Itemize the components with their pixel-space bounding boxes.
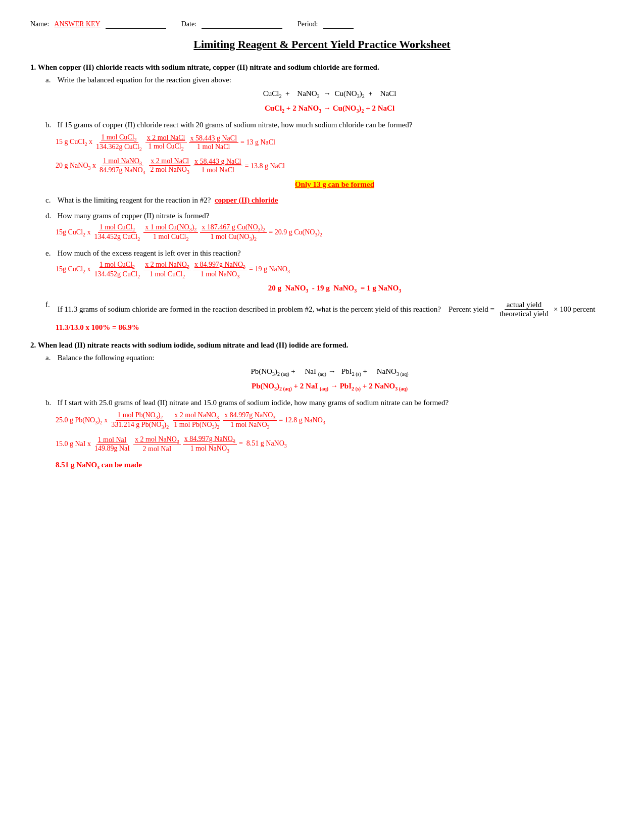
q1-sub-c: c. What is the limiting reagent for the … — [45, 196, 614, 205]
period-label: Period: — [298, 20, 318, 28]
percent-yield-formula: Percent yield = actual yield theoretical… — [449, 301, 596, 318]
q1-eq-balanced: CuCl2 + 2 NaNO3 → Cu(NO3)2 + 2 NaCl — [45, 104, 614, 114]
q1d-calc: 15g CuCl2 x 1 mol CuCl2 134.452g CuCl2 x… — [56, 223, 614, 242]
q1e-subtraction: 20 g NaNO3 - 19 g NaNO3 = 1 g NaNO3 — [56, 284, 614, 293]
q1-title: 1. When copper (II) chloride reacts with… — [30, 63, 614, 72]
q1-sub-b: b. If 15 grams of copper (II) chloride r… — [45, 121, 614, 189]
q1f-answer: 11.3/13.0 x 100% = 86.9% — [56, 323, 614, 332]
q1f-text: If 11.3 grams of sodium chloride are for… — [58, 301, 611, 318]
q1f-label: f. — [45, 301, 56, 309]
q2b-answer: 8.51 g NaNO3 can be made — [56, 461, 614, 470]
q2b-label: b. — [45, 399, 56, 407]
header: Name: ANSWER KEY Date: Period: — [30, 20, 614, 29]
q2-sub-b: b. If I start with 25.0 grams of lead (I… — [45, 399, 614, 470]
page-title: Limiting Reagent & Percent Yield Practic… — [30, 38, 614, 51]
q1b-calc2: 20 g NaNO3 x 1 mol NaNO3 84.997g NaNO3 x… — [56, 157, 614, 176]
q1e-label: e. — [45, 249, 56, 258]
q2-title: 2. When lead (II) nitrate reacts with so… — [30, 341, 614, 350]
q1d-text: How many grams of copper (II) nitrate is… — [58, 212, 611, 220]
q2b-calc1: 25.0 g Pb(NO3)2 x 1 mol Pb(NO3)2 331.214… — [56, 411, 614, 430]
q1b-calc1: 15 g CuCl2 x 1 mol CuCl2 134.362g CuCl2 … — [56, 133, 614, 152]
q1c-label: c. — [45, 196, 56, 205]
question-1: 1. When copper (II) chloride reacts with… — [30, 63, 614, 332]
q1a-label: a. — [45, 76, 56, 84]
q1d-label: d. — [45, 212, 56, 220]
q2-eq-unbalanced: Pb(NO3)2 (aq) + NaI (aq) → PbI2 (s) + Na… — [45, 367, 614, 377]
q1b-label: b. — [45, 121, 56, 129]
q2a-text: Balance the following equation: — [58, 354, 611, 362]
q2-eq-balanced: Pb(NO3)2 (aq) + 2 NaI (aq) → PbI2 (s) + … — [45, 382, 614, 391]
q1-eq-unbalanced: CuCl2 + NaNO3 → Cu(NO3)2 + NaCl — [45, 89, 614, 99]
name-label: Name: — [30, 20, 49, 28]
q2-sub-a: a. Balance the following equation: Pb(NO… — [45, 354, 614, 391]
q1e-text: How much of the excess reagent is left o… — [58, 249, 611, 258]
q1-sub-f: f. If 11.3 grams of sodium chloride are … — [45, 301, 614, 332]
question-2: 2. When lead (II) nitrate reacts with so… — [30, 341, 614, 470]
date-label: Date: — [181, 20, 196, 28]
q2a-label: a. — [45, 354, 56, 362]
q1-sub-e: e. How much of the excess reagent is lef… — [45, 249, 614, 294]
q1b-answer: Only 13 g can be formed — [56, 180, 614, 189]
q2b-calc2: 15.0 g NaI x 1 mol NaI 149.89g NaI x 2 m… — [56, 435, 614, 454]
q1e-calc: 15g CuCl2 x 1 mol CuCl2 134.452g CuCl2 x… — [56, 261, 614, 279]
q1-sub-d: d. How many grams of copper (II) nitrate… — [45, 212, 614, 242]
q1a-text: Write the balanced equation for the reac… — [58, 76, 611, 84]
q1b-text: If 15 grams of copper (II) chloride reac… — [58, 121, 611, 129]
q1c-text: What is the limiting reagent for the rea… — [58, 196, 611, 205]
q1-sub-a: a. Write the balanced equation for the r… — [45, 76, 614, 114]
answer-key: ANSWER KEY — [54, 20, 100, 28]
q2b-text: If I start with 25.0 grams of lead (II) … — [58, 399, 611, 407]
